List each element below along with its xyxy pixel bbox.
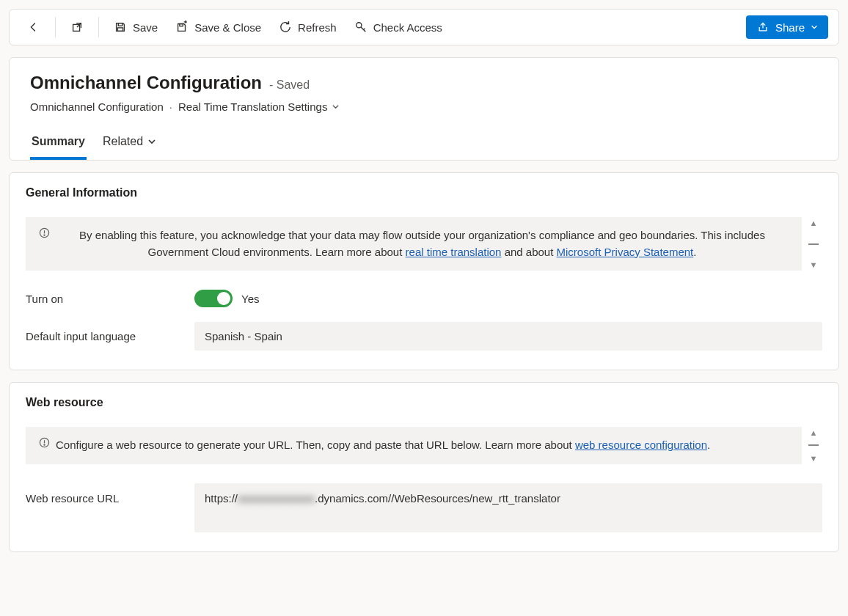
scroll-indicator[interactable]: ▲ ▼	[808, 217, 819, 271]
svg-point-4	[356, 23, 361, 28]
popout-button[interactable]	[63, 15, 91, 39]
svg-rect-2	[117, 28, 123, 32]
breadcrumb: Omnichannel Configuration · Real Time Tr…	[30, 100, 818, 113]
link-real-time-translation[interactable]: real time translation	[406, 246, 502, 258]
section-web-resource: Web resource Configure a web resource to…	[9, 382, 839, 552]
notice-text-2: and about	[501, 246, 556, 258]
arrow-left-icon	[27, 21, 40, 34]
link-web-resource-config[interactable]: web resource configuration	[575, 439, 707, 451]
compliance-notice: By enabling this feature, you acknowledg…	[26, 217, 802, 271]
divider	[55, 17, 56, 37]
refresh-label: Refresh	[298, 21, 337, 34]
svg-rect-1	[118, 23, 122, 26]
svg-point-6	[44, 235, 45, 235]
saved-status: - Saved	[269, 78, 310, 92]
url-prefix: https://	[205, 492, 238, 505]
toggle-knob	[217, 292, 230, 305]
svg-point-8	[44, 444, 45, 445]
label-default-language: Default input language	[26, 330, 194, 342]
record-header-card: Omnichannel Configuration - Saved Omnich…	[9, 57, 839, 161]
save-label: Save	[133, 21, 158, 34]
toggle-turn-on[interactable]	[194, 290, 233, 307]
notice-text-3: .	[693, 246, 696, 258]
check-access-button[interactable]: Check Access	[347, 15, 450, 39]
info-icon	[39, 227, 50, 238]
share-button[interactable]: Share	[746, 15, 828, 39]
notice-text-1: Configure a web resource to generate you…	[56, 439, 575, 451]
tabs: Summary Related	[30, 129, 818, 160]
section-title: General Information	[26, 186, 822, 199]
section-general-information: General Information By enabling this fea…	[9, 172, 839, 370]
input-web-resource-url[interactable]: https://xxxxxxxxxxxxxx.dynamics.com//Web…	[194, 483, 822, 532]
breadcrumb-root: Omnichannel Configuration	[30, 100, 164, 113]
back-button[interactable]	[20, 15, 48, 39]
save-close-label: Save & Close	[194, 21, 261, 34]
triangle-down-icon: ▼	[810, 260, 818, 269]
refresh-icon	[279, 21, 292, 34]
info-icon	[39, 437, 50, 448]
web-resource-notice: Configure a web resource to generate you…	[26, 427, 802, 464]
triangle-up-icon: ▲	[810, 219, 818, 227]
page-title: Omnichannel Configuration	[30, 73, 262, 93]
refresh-button[interactable]: Refresh	[271, 15, 344, 39]
notice-text-2: .	[707, 439, 710, 451]
scroll-indicator[interactable]: ▲ ▼	[808, 427, 819, 464]
toggle-value-label: Yes	[241, 293, 259, 305]
url-redacted: xxxxxxxxxxxxxx	[238, 492, 315, 505]
share-icon	[756, 21, 770, 34]
share-label: Share	[775, 21, 805, 34]
triangle-up-icon: ▲	[810, 428, 818, 437]
triangle-down-icon: ▼	[810, 454, 818, 463]
link-privacy-statement[interactable]: Microsoft Privacy Statement	[557, 246, 694, 258]
scroll-handle	[808, 444, 819, 446]
save-close-button[interactable]: Save & Close	[168, 15, 268, 39]
section-title: Web resource	[26, 396, 822, 409]
scroll-handle	[808, 243, 819, 245]
check-access-label: Check Access	[373, 21, 442, 34]
save-close-icon	[175, 21, 189, 34]
breadcrumb-leaf: Real Time Translation Settings	[178, 100, 327, 113]
input-default-language[interactable]	[194, 322, 822, 351]
breadcrumb-dropdown[interactable]: Real Time Translation Settings	[178, 100, 340, 113]
save-icon	[114, 21, 127, 34]
command-bar: Save Save & Close Refresh Check Access S…	[9, 9, 839, 45]
label-turn-on: Turn on	[26, 293, 194, 305]
label-web-resource-url: Web resource URL	[26, 483, 194, 505]
divider	[98, 17, 99, 37]
chevron-down-icon	[332, 103, 340, 111]
tab-summary[interactable]: Summary	[30, 129, 87, 160]
popout-icon	[70, 21, 84, 34]
key-icon	[354, 21, 368, 34]
save-button[interactable]: Save	[106, 15, 165, 39]
breadcrumb-separator: ·	[169, 100, 172, 113]
svg-rect-3	[180, 24, 183, 26]
chevron-down-icon	[147, 137, 156, 146]
url-suffix: .dynamics.com//WebResources/new_rtt_tran…	[315, 492, 560, 505]
chevron-down-icon	[811, 23, 818, 31]
tab-related[interactable]: Related	[101, 129, 158, 160]
